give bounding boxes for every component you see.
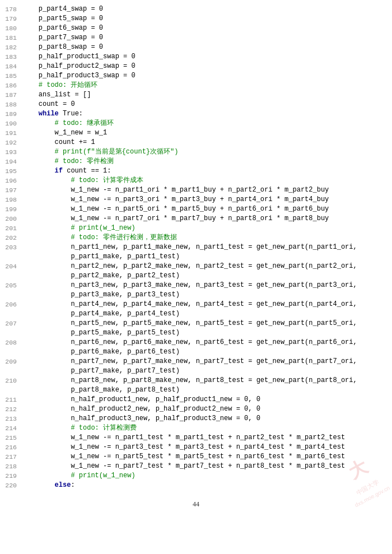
code-line: 210 n_part8_new, p_part8_make_new, n_par… bbox=[0, 376, 392, 385]
code-line: 183 p_half_product1_swap = 0 bbox=[0, 52, 392, 62]
code-line: 199 w_1_new -= n_part5_ori * m_part5_buy… bbox=[0, 204, 392, 214]
code-line: 214 # todo: 计算检测费 bbox=[0, 423, 392, 433]
code-line: 186 # todo: 开始循环 bbox=[0, 81, 392, 90]
code-line: 207 n_part5_new, p_part5_make_new, n_par… bbox=[0, 319, 392, 328]
line-content: w_1_new -= n_part3_test * m_part3_test +… bbox=[21, 443, 392, 452]
line-content: p_half_product3_swap = 0 bbox=[21, 71, 392, 81]
line-number: 205 bbox=[0, 281, 21, 290]
line-content: w_1_new -= n_part5_test * m_part5_test +… bbox=[21, 452, 392, 462]
line-content: n_part1_new, p_part1_make_new, n_part1_t… bbox=[21, 243, 392, 252]
code-line: 189 while True: bbox=[0, 109, 392, 119]
line-content: # todo: 继承循环 bbox=[21, 119, 392, 128]
line-content: n_part2_new, p_part2_make_new, n_part2_t… bbox=[21, 262, 392, 271]
code-line: 220 else: bbox=[0, 481, 392, 490]
line-number: 194 bbox=[0, 157, 21, 166]
line-number: 191 bbox=[0, 128, 21, 138]
line-number: 202 bbox=[0, 233, 21, 243]
line-content: p_part8_make, p_part8_test) bbox=[21, 385, 392, 395]
line-number: 185 bbox=[0, 71, 21, 81]
line-number: 197 bbox=[0, 185, 21, 195]
code-line: 190 # todo: 继承循环 bbox=[0, 119, 392, 128]
code-line: p_part2_make, p_part2_test) bbox=[0, 271, 392, 281]
line-number: 186 bbox=[0, 81, 21, 90]
page-number: 44 bbox=[0, 500, 392, 509]
line-content: w_1_new -= n_part1_test * m_part1_test +… bbox=[21, 433, 392, 443]
code-line: 212 n_half_product2_new, p_half_product2… bbox=[0, 404, 392, 414]
code-line: 195 if count == 1: bbox=[0, 166, 392, 176]
code-line: 193 # print(f"当前是第{count}次循环") bbox=[0, 147, 392, 157]
line-content: p_part8_swap = 0 bbox=[21, 43, 392, 52]
code-line: 216 w_1_new -= n_part3_test * m_part3_te… bbox=[0, 443, 392, 452]
line-number: 208 bbox=[0, 338, 21, 347]
code-line: p_part8_make, p_part8_test) bbox=[0, 385, 392, 395]
line-content: else: bbox=[21, 481, 392, 490]
line-content: w_1_new -= n_part3_ori * m_part3_buy + n… bbox=[21, 195, 392, 204]
line-content: # todo: 计算零件成本 bbox=[21, 176, 392, 185]
code-line: 196 # todo: 计算零件成本 bbox=[0, 176, 392, 185]
line-content: # todo: 零件检测 bbox=[21, 157, 392, 166]
line-number: 188 bbox=[0, 100, 21, 109]
line-content: # todo: 零件进行检测，更新数据 bbox=[21, 233, 392, 243]
code-line: 219 # print(w_1_new) bbox=[0, 471, 392, 481]
line-number: 183 bbox=[0, 52, 21, 62]
line-content: p_part5_swap = 0 bbox=[21, 14, 392, 24]
code-line: 209 n_part7_new, p_part7_make_new, n_par… bbox=[0, 357, 392, 366]
line-content: n_part6_new, p_part6_make_new, n_part6_t… bbox=[21, 338, 392, 347]
line-number: 180 bbox=[0, 24, 21, 33]
code-line: 208 n_part6_new, p_part6_make_new, n_par… bbox=[0, 338, 392, 347]
line-number: 216 bbox=[0, 443, 21, 452]
line-number: 192 bbox=[0, 138, 21, 147]
line-content: n_part4_new, p_part4_make_new, n_part4_t… bbox=[21, 300, 392, 309]
line-content: p_part3_make, p_part3_test) bbox=[21, 290, 392, 300]
code-line: 218 w_1_new -= n_part7_test * m_part7_te… bbox=[0, 462, 392, 471]
line-number: 212 bbox=[0, 404, 21, 414]
line-number: 195 bbox=[0, 166, 21, 176]
code-line: 202 # todo: 零件进行检测，更新数据 bbox=[0, 233, 392, 243]
code-line: 185 p_half_product3_swap = 0 bbox=[0, 71, 392, 81]
code-line: 184 p_half_product2_swap = 0 bbox=[0, 62, 392, 71]
line-content: # todo: 开始循环 bbox=[21, 81, 392, 90]
code-line: 215 w_1_new -= n_part1_test * m_part1_te… bbox=[0, 433, 392, 443]
line-number: 187 bbox=[0, 90, 21, 100]
line-content: # print(w_1_new) bbox=[21, 471, 392, 481]
line-content: p_half_product2_swap = 0 bbox=[21, 62, 392, 71]
code-line: 179 p_part5_swap = 0 bbox=[0, 14, 392, 24]
line-content: count = 0 bbox=[21, 100, 392, 109]
line-content: w_1_new -= n_part5_ori * m_part5_buy + n… bbox=[21, 204, 392, 214]
line-content: p_part5_make, p_part5_test) bbox=[21, 328, 392, 338]
code-line: 194 # todo: 零件检测 bbox=[0, 157, 392, 166]
line-number: 198 bbox=[0, 195, 21, 204]
line-number: 214 bbox=[0, 423, 21, 433]
line-content: # print(f"当前是第{count}次循环") bbox=[21, 147, 392, 157]
line-content: p_half_product1_swap = 0 bbox=[21, 52, 392, 62]
line-content: ans_list = [] bbox=[21, 90, 392, 100]
code-line: 188 count = 0 bbox=[0, 100, 392, 109]
line-content: p_part7_make, p_part7_test) bbox=[21, 366, 392, 376]
code-line: 192 count += 1 bbox=[0, 138, 392, 147]
line-content: p_part4_swap = 0 bbox=[21, 4, 392, 14]
line-content: p_part6_make, p_part6_test) bbox=[21, 347, 392, 357]
line-content: p_part2_make, p_part2_test) bbox=[21, 271, 392, 281]
line-number: 193 bbox=[0, 147, 21, 157]
code-line: p_part1_make, p_part1_test) bbox=[0, 252, 392, 262]
line-number: 181 bbox=[0, 33, 21, 43]
line-content: w_1_new -= n_part7_test * m_part7_test +… bbox=[21, 462, 392, 471]
line-content: p_part7_swap = 0 bbox=[21, 33, 392, 43]
page-container: 178 p_part4_swap = 0179 p_part5_swap = 0… bbox=[0, 0, 392, 554]
line-number: 190 bbox=[0, 119, 21, 128]
line-number: 213 bbox=[0, 414, 21, 423]
line-content: n_part7_new, p_part7_make_new, n_part7_t… bbox=[21, 357, 392, 366]
line-content: # print(w_1_new) bbox=[21, 224, 392, 233]
line-number: 196 bbox=[0, 176, 21, 185]
line-content: # todo: 计算检测费 bbox=[21, 423, 392, 433]
code-line: 197 w_1_new -= n_part1_ori * m_part1_buy… bbox=[0, 185, 392, 195]
line-number: 189 bbox=[0, 109, 21, 119]
line-number: 207 bbox=[0, 319, 21, 328]
code-line: 204 n_part2_new, p_part2_make_new, n_par… bbox=[0, 262, 392, 271]
line-number: 209 bbox=[0, 357, 21, 366]
code-line: 213 n_half_product3_new, p_half_product3… bbox=[0, 414, 392, 423]
line-content: w_1_new = w_1 bbox=[21, 128, 392, 138]
code-line: p_part3_make, p_part3_test) bbox=[0, 290, 392, 300]
line-number: 201 bbox=[0, 224, 21, 233]
line-number: 215 bbox=[0, 433, 21, 443]
